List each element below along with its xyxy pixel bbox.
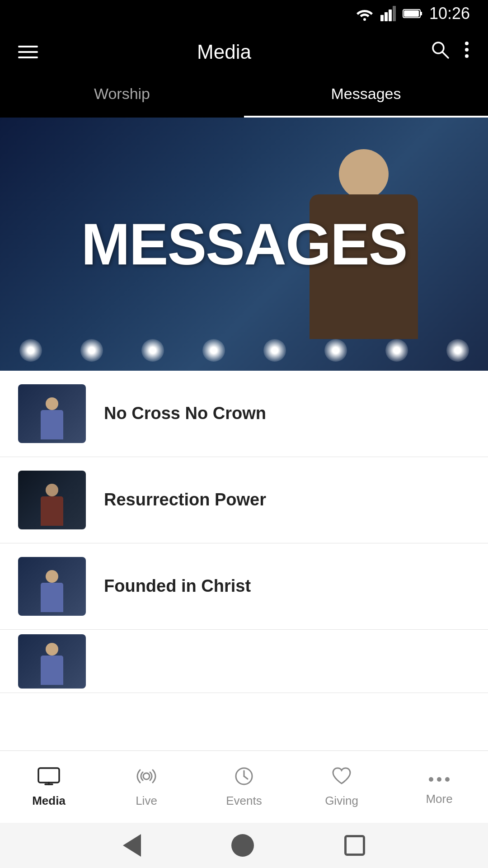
list-item-partial[interactable] [0,630,488,693]
svg-point-0 [363,18,366,21]
tabs: Worship Messages [0,77,488,118]
hero-title: MESSAGES [81,211,407,277]
hero-text-overlay: MESSAGES [0,215,488,274]
svg-line-9 [442,52,448,58]
status-bar: 10:26 [0,0,488,27]
svg-point-12 [465,54,469,58]
list-item[interactable]: Founded in Christ [0,543,488,630]
svg-point-21 [437,777,441,782]
tab-worship[interactable]: Worship [0,77,244,118]
status-icons: 10:26 [356,4,470,23]
media-icon [38,766,60,789]
app-bar-actions [430,40,470,64]
search-button[interactable] [430,40,450,64]
svg-point-16 [143,773,150,779]
svg-point-20 [429,777,433,782]
giving-nav-label: Giving [325,794,358,808]
hero-banner: MESSAGES [0,118,488,371]
list-item-title-3: Founded in Christ [104,575,251,597]
live-icon [136,766,157,789]
status-time: 10:26 [429,4,470,23]
hero-lights [0,280,488,371]
thumbnail-2 [18,471,86,529]
svg-rect-3 [389,9,392,21]
signal-icon [380,6,396,21]
home-button[interactable] [231,834,254,857]
nav-item-more[interactable]: More [390,751,488,823]
thumbnail-4 [18,634,86,689]
svg-point-11 [465,48,469,52]
tab-messages[interactable]: Messages [244,77,488,118]
back-button[interactable] [123,834,141,857]
events-icon [234,766,254,789]
svg-point-22 [445,777,450,782]
svg-point-10 [465,42,469,45]
svg-rect-6 [420,12,422,15]
svg-rect-2 [385,12,388,21]
svg-rect-1 [380,15,384,21]
list-item-title-2: Resurrection Power [104,489,266,511]
app-bar: Media [0,27,488,77]
nav-item-live[interactable]: Live [98,751,195,823]
more-nav-label: More [426,792,452,806]
thumbnail-1 [18,384,86,443]
nav-item-events[interactable]: Events [195,751,293,823]
nav-item-giving[interactable]: Giving [293,751,390,823]
list-item[interactable]: Resurrection Power [0,457,488,543]
android-nav-bar [0,823,488,868]
svg-rect-4 [393,6,396,21]
live-nav-label: Live [136,794,157,808]
list-container: No Cross No Crown Resurrection Power Fou… [0,371,488,693]
giving-icon [331,766,352,789]
list-item[interactable]: No Cross No Crown [0,371,488,457]
svg-rect-7 [404,10,419,17]
thumbnail-3 [18,557,86,616]
bottom-nav: Media Live Events [0,750,488,823]
events-nav-label: Events [226,794,262,808]
nav-item-media[interactable]: Media [0,751,98,823]
wifi-icon [356,6,374,21]
app-title: Media [32,41,417,63]
list-item-title-1: No Cross No Crown [104,402,266,425]
recents-button[interactable] [344,835,365,856]
overflow-menu-button[interactable] [464,40,470,64]
battery-icon [403,8,422,19]
media-nav-label: Media [32,794,66,808]
svg-line-19 [244,776,248,779]
svg-rect-13 [38,768,59,783]
more-icon [428,768,450,788]
